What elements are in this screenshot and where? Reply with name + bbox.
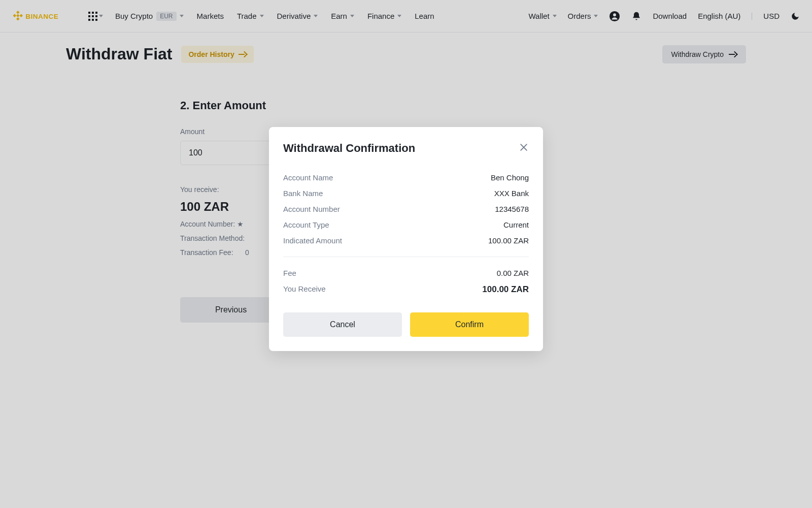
cancel-button[interactable]: Cancel xyxy=(283,312,402,337)
modal-key: You Receive xyxy=(283,284,326,295)
modal-value: XXX Bank xyxy=(494,189,529,198)
modal-value: 100.00 ZAR xyxy=(488,236,529,245)
modal-overlay: Withdrawal Confirmation Account Name Ben… xyxy=(0,0,812,508)
modal-header: Withdrawal Confirmation xyxy=(283,141,529,155)
modal-key: Account Number xyxy=(283,205,340,213)
close-icon[interactable] xyxy=(519,141,529,155)
modal-row-fee: Fee 0.00 ZAR xyxy=(283,265,529,281)
withdrawal-confirmation-modal: Withdrawal Confirmation Account Name Ben… xyxy=(269,127,543,351)
modal-key: Bank Name xyxy=(283,189,323,198)
modal-row-bank-name: Bank Name XXX Bank xyxy=(283,185,529,201)
modal-row-account-name: Account Name Ben Chong xyxy=(283,170,529,185)
modal-key: Account Name xyxy=(283,173,333,182)
modal-row-account-type: Account Type Current xyxy=(283,217,529,233)
modal-value: 100.00 ZAR xyxy=(482,284,529,295)
modal-value: 12345678 xyxy=(495,205,529,213)
modal-value: 0.00 ZAR xyxy=(497,269,529,277)
modal-divider xyxy=(283,257,529,257)
modal-row-you-receive: You Receive 100.00 ZAR xyxy=(283,281,529,298)
modal-row-indicated-amount: Indicated Amount 100.00 ZAR xyxy=(283,233,529,248)
modal-row-account-number: Account Number 12345678 xyxy=(283,201,529,217)
modal-key: Indicated Amount xyxy=(283,236,342,245)
x-icon xyxy=(519,142,529,152)
modal-buttons: Cancel Confirm xyxy=(283,312,529,337)
modal-value: Ben Chong xyxy=(491,173,529,182)
modal-key: Account Type xyxy=(283,220,329,229)
modal-value: Current xyxy=(503,220,529,229)
modal-key: Fee xyxy=(283,269,296,277)
modal-title: Withdrawal Confirmation xyxy=(283,142,415,155)
confirm-button[interactable]: Confirm xyxy=(410,312,529,337)
